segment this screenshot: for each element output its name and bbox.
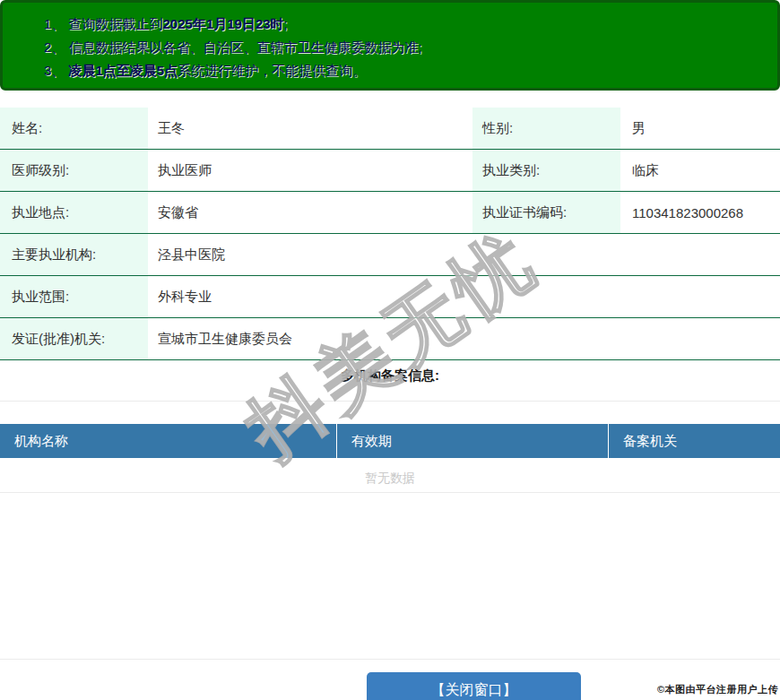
table-row: 执业地点: 安徽省 执业证书编码: 110341823000268 (0, 192, 780, 234)
table-row: 执业范围: 外科专业 (0, 276, 780, 318)
table-row: 姓名: 王冬 性别: 男 (0, 108, 780, 150)
notice-line-3: 3、 凌晨1点至凌晨5点系统进行维护，不能提供查询。 (44, 59, 768, 82)
field-label: 执业地点: (0, 192, 148, 233)
field-label: 性别: (472, 108, 620, 149)
field-label: 执业范围: (0, 276, 148, 317)
field-label: 发证(批准)机关: (0, 318, 148, 359)
column-header-validity: 有效期 (337, 424, 609, 458)
multi-org-table-header: 机构名称 有效期 备案机关 (0, 424, 780, 458)
field-value: 外科专业 (148, 276, 780, 317)
multi-org-section-title: 多机构备案信息: (0, 367, 780, 385)
field-value: 110341823000268 (620, 192, 780, 233)
column-header-org-name: 机构名称 (0, 424, 337, 458)
notice-line-1: 1、 查询数据截止到2025年1月19日23时; (44, 13, 768, 36)
table-row: 医师级别: 执业医师 执业类别: 临床 (0, 150, 780, 192)
field-value: 王冬 (148, 108, 472, 149)
empty-data-text: 暂无数据 (0, 464, 780, 491)
field-value: 男 (620, 108, 780, 149)
notice-line-2: 2、 信息数据结果以各省、自治区、直辖市卫生健康委数据为准; (44, 36, 768, 59)
field-value: 临床 (620, 150, 780, 191)
field-label: 主要执业机构: (0, 234, 148, 275)
field-label: 执业证书编码: (472, 192, 620, 233)
divider (0, 401, 780, 402)
field-value: 宣城市卫生健康委员会 (148, 318, 780, 359)
divider (0, 492, 780, 493)
notice-line-number: 1、 (44, 16, 69, 31)
field-value: 安徽省 (148, 192, 472, 233)
upload-attribution-note: ©本图由平台注册用户上传 (657, 683, 778, 696)
table-row: 主要执业机构: 泾县中医院 (0, 234, 780, 276)
table-row: 发证(批准)机关: 宣城市卫生健康委员会 (0, 318, 780, 360)
divider (0, 659, 780, 660)
field-label: 姓名: (0, 108, 148, 149)
field-label: 执业类别: (472, 150, 620, 191)
practitioner-info-table: 姓名: 王冬 性别: 男 医师级别: 执业医师 执业类别: 临床 执业地点: 安… (0, 108, 780, 360)
field-value: 执业医师 (148, 150, 472, 191)
field-label: 医师级别: (0, 150, 148, 191)
close-window-button[interactable]: 【关闭窗口】 (367, 672, 581, 700)
notice-line-number: 2、 (44, 39, 69, 55)
field-value: 泾县中医院 (148, 234, 780, 275)
notice-banner: 1、 查询数据截止到2025年1月19日23时; 2、 信息数据结果以各省、自治… (0, 0, 780, 91)
notice-line-number: 3、 (44, 63, 69, 78)
column-header-filing-authority: 备案机关 (609, 424, 780, 458)
